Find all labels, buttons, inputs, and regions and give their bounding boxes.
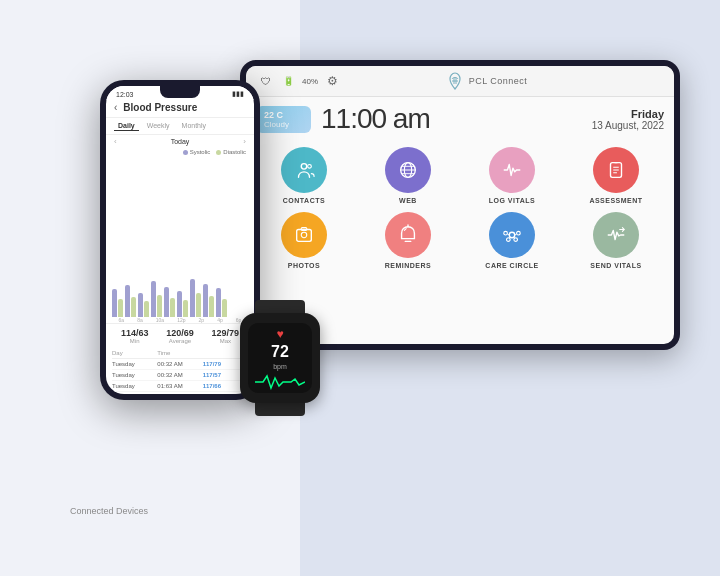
row1-time: 00:32 AM (157, 361, 202, 367)
blood-pressure-chart (106, 156, 254, 317)
bar-systolic-5 (164, 287, 169, 317)
bar-systolic-1 (112, 289, 117, 317)
bar-systolic-4 (151, 281, 156, 317)
legend-diastolic: Diastolic (216, 149, 246, 155)
logo-text: PCL Connect (469, 76, 528, 86)
chart-legend: Systolic Diastolic (106, 148, 254, 156)
phone-screen-title: Blood Pressure (123, 102, 197, 113)
systolic-dot (183, 150, 188, 155)
stat-min-label: Min (121, 338, 149, 344)
bar-group-9 (216, 288, 227, 317)
bar-diastolic-2 (131, 297, 136, 317)
systolic-label: Systolic (190, 149, 211, 155)
phone-signal: ▮▮▮ (232, 90, 244, 98)
battery-icon: 🔋 (280, 73, 296, 89)
log-vitals-label: LOG VITALS (489, 197, 535, 204)
row2-day: Tuesday (112, 372, 157, 378)
assessment-icon-circle (593, 147, 639, 193)
table-row-3: Tuesday 01:63 AM 117/66 (112, 381, 248, 392)
bar-systolic-7 (190, 279, 195, 317)
app-grid: CONTACTS WEB (256, 145, 664, 271)
bar-group-2 (125, 285, 136, 317)
app-photos[interactable]: PHOTOS (256, 212, 352, 269)
contacts-icon-circle (281, 147, 327, 193)
heart-icon: ♥ (276, 327, 283, 341)
svg-point-0 (301, 164, 307, 170)
next-arrow-icon[interactable]: › (243, 137, 246, 146)
bar-group-7 (190, 279, 201, 317)
topbar-center: PCL Connect (445, 71, 528, 91)
tab-weekly[interactable]: Weekly (143, 121, 174, 131)
app-reminders[interactable]: REMINDERS (360, 212, 456, 269)
bar-diastolic-9 (222, 299, 227, 317)
photos-icon-circle (281, 212, 327, 258)
date-full: 13 August, 2022 (592, 120, 664, 131)
tab-monthly[interactable]: Monthly (178, 121, 211, 131)
row1-day: Tuesday (112, 361, 157, 367)
bar-diastolic-5 (170, 298, 175, 317)
settings-icon[interactable]: ⚙ (324, 73, 340, 89)
col-time-header: Time (157, 350, 202, 356)
prev-arrow-icon[interactable]: ‹ (114, 137, 117, 146)
weather-box: 22 C Cloudy (256, 106, 311, 133)
phone-nav-row: ‹ Today › (106, 135, 254, 148)
phone-notch (160, 86, 200, 98)
time-display: 11:00 am (321, 103, 430, 135)
stat-min: 114/63 Min (121, 328, 149, 344)
contacts-label: CONTACTS (283, 197, 325, 204)
diastolic-label: Diastolic (223, 149, 246, 155)
send-vitals-label: SEND VITALS (590, 262, 641, 269)
svg-point-18 (517, 231, 521, 235)
watch-body: ♥ 72 bpm (240, 313, 320, 403)
row2-time: 00:32 AM (157, 372, 202, 378)
stat-min-value: 114/63 (121, 328, 149, 338)
phone-device-label: Connected Devices (70, 506, 148, 516)
reminders-icon-circle (385, 212, 431, 258)
bar-systolic-2 (125, 285, 130, 317)
watch-hr-value: 72 (271, 343, 289, 361)
shield-icon: 🛡 (258, 73, 274, 89)
phone-tabs: Daily Weekly Monthly (106, 118, 254, 135)
date-day: Friday (592, 108, 664, 120)
topbar-left: 🛡 🔋 40% ⚙ (258, 73, 340, 89)
app-log-vitals[interactable]: LOG VITALS (464, 147, 560, 204)
weather-description: Cloudy (264, 120, 303, 129)
back-arrow-icon[interactable]: ‹ (114, 102, 117, 113)
bar-group-3 (138, 293, 149, 317)
tab-daily[interactable]: Daily (114, 121, 139, 131)
bar-diastolic-7 (196, 293, 201, 317)
watch-band-bottom (255, 402, 305, 416)
photos-label: PHOTOS (288, 262, 320, 269)
app-contacts[interactable]: CONTACTS (256, 147, 352, 204)
bar-systolic-8 (203, 284, 208, 317)
svg-point-12 (301, 232, 307, 238)
stat-avg-label: Average (166, 338, 194, 344)
stat-average: 120/69 Average (166, 328, 194, 344)
bar-diastolic-1 (118, 299, 123, 317)
bar-systolic-3 (138, 293, 143, 317)
bar-diastolic-3 (144, 301, 149, 317)
bar-diastolic-8 (209, 296, 214, 317)
logo-icon (445, 71, 465, 91)
app-care-circle[interactable]: CARE CIRCLE (464, 212, 560, 269)
smartwatch-device: ♥ 72 bpm (230, 300, 330, 410)
bar-group-4 (151, 281, 162, 317)
bar-group-1 (112, 289, 123, 317)
date-display: Friday 13 August, 2022 (592, 108, 664, 131)
legend-systolic: Systolic (183, 149, 211, 155)
row3-time: 01:63 AM (157, 383, 202, 389)
app-send-vitals[interactable]: SEND VITALS (568, 212, 664, 269)
watch-screen: ♥ 72 bpm (248, 323, 312, 393)
bar-systolic-6 (177, 291, 182, 317)
col-day-header: Day (112, 350, 157, 356)
bar-group-8 (203, 284, 214, 317)
watch-band-top (255, 300, 305, 314)
stat-avg-value: 120/69 (166, 328, 194, 338)
table-row-1: Tuesday 00:32 AM 117/79 (112, 359, 248, 370)
app-assessment[interactable]: ASSESSMENT (568, 147, 664, 204)
app-web[interactable]: WEB (360, 147, 456, 204)
assessment-label: ASSESSMENT (589, 197, 642, 204)
watch-display: ♥ 72 bpm (255, 327, 305, 390)
svg-rect-11 (297, 230, 312, 242)
phone-header: ‹ Blood Pressure (106, 100, 254, 118)
